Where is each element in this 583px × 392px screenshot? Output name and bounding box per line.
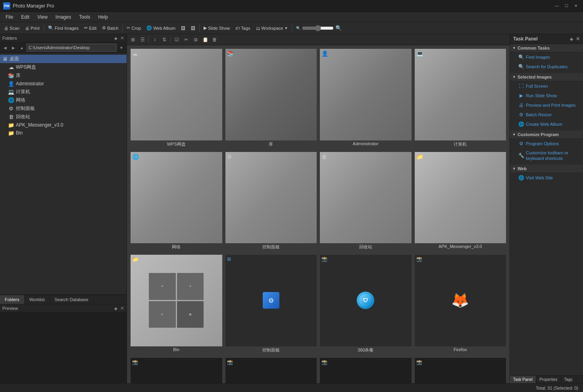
tab-tags[interactable]: Tags [561, 376, 576, 383]
nav-forward-button[interactable]: ▶ [10, 44, 17, 51]
thumb-apk[interactable]: 📁 APK_Messenger_v3.0 [414, 152, 507, 252]
web-label: Web [518, 166, 527, 171]
thumb-box-library: 📚 [225, 49, 317, 140]
sort-dir-button[interactable]: ⇅ [160, 35, 169, 44]
task-batch-resize-label: Batch Resize [526, 112, 552, 117]
tags-button[interactable]: 🏷Tags [233, 25, 252, 31]
sort-button[interactable]: ↕ [150, 35, 159, 44]
maximize-button[interactable]: ☐ [562, 3, 570, 9]
paste-button[interactable]: 📋 [201, 35, 210, 44]
menu-edit[interactable]: Edit [17, 13, 33, 21]
select-all-button[interactable]: ☑ [172, 35, 181, 44]
customize-header[interactable]: ▼ Customize Program [510, 131, 583, 139]
tab-task-panel[interactable]: Task Panel [510, 376, 536, 383]
thumb-box-apk: 📁 [415, 152, 506, 244]
task-search-duplicates[interactable]: 🔍 Search for Duplicates [510, 62, 583, 71]
batch-button[interactable]: ⚙Batch [100, 25, 121, 31]
panel-close-button[interactable]: ✕ [120, 35, 124, 41]
tree-item-network[interactable]: 🌐 网络 [0, 96, 127, 104]
nav-back-button[interactable]: ◀ [2, 44, 9, 51]
cut-button[interactable]: ✂ [182, 35, 190, 44]
admin-corner-icon: 👤 [321, 50, 328, 57]
selected-images-header[interactable]: ▼ Selected Images [510, 73, 583, 81]
content-header-sep2 [170, 36, 171, 43]
search-dup-icon: 🔍 [518, 63, 524, 70]
preview-resize-icon[interactable]: ◆ [114, 306, 117, 311]
common-tasks-header[interactable]: ▼ Common Tasks [510, 44, 583, 52]
thumb-meitupics[interactable]: 📸 🖼 美图秀秀 [319, 357, 412, 384]
address-input[interactable] [27, 44, 117, 52]
tree-item-library[interactable]: 📚 库 [0, 71, 127, 80]
tree-item-desktop[interactable]: 🖥 桌面 [0, 55, 127, 63]
tab-search-database[interactable]: Search Database [50, 295, 94, 304]
tree-item-controlpanel[interactable]: ⚙ 控制面板 [0, 104, 127, 113]
thumb-box-softmgr: 📸 📦 [415, 358, 506, 384]
tab-folders[interactable]: Folders [0, 295, 25, 304]
menu-file[interactable]: File [2, 13, 17, 21]
web-header[interactable]: ▼ Web [510, 165, 583, 173]
tab-worklist[interactable]: Worklist [25, 295, 50, 304]
print-button[interactable]: 🖨Print [23, 25, 42, 31]
bin-folder-icon: 📁 [8, 130, 14, 136]
folder-tree: 🖥 桌面 ☁ WPS网盘 📚 库 👤 Administrator [0, 53, 127, 294]
task-customize-toolbars[interactable]: 🔧 Customize toolbars or keyboard shortcu… [510, 148, 583, 163]
thumb-computer[interactable]: 💻 计算机 [414, 48, 507, 149]
workspace-button[interactable]: 🗂Workspace▼ [254, 25, 291, 31]
tree-item-bin[interactable]: 📁 Bin [0, 129, 127, 137]
toolbar-separator-1 [44, 24, 44, 32]
task-panel-close-button[interactable]: ✕ [576, 36, 580, 42]
tree-item-computer[interactable]: 💻 计算机 [0, 88, 127, 96]
icons-button[interactable]: 🖼 [179, 25, 188, 31]
preview-close-button[interactable]: ✕ [120, 306, 124, 311]
find-images-button[interactable]: 🔍Find Images [46, 25, 81, 31]
edit-button[interactable]: ✏Edit [82, 25, 99, 31]
scan-button[interactable]: 🖨Scan [2, 25, 22, 31]
task-visit-web[interactable]: 🌐 Visit Web Site [510, 173, 583, 183]
thumb-admin[interactable]: 👤 Administrator [319, 48, 412, 149]
tree-item-recycle[interactable]: 🗑 回收站 [0, 113, 127, 121]
task-full-screen[interactable]: ⛶ Full Screen [510, 81, 583, 91]
task-search-dup-label: Search for Duplicates [526, 64, 568, 69]
menu-help[interactable]: Help [94, 13, 112, 21]
task-find-images[interactable]: 🔍 Find Images [510, 52, 583, 62]
web-album-button[interactable]: 🌐Web Album [144, 25, 178, 31]
address-dropdown-button[interactable]: ▼ [118, 44, 125, 51]
nav-up-button[interactable]: ▲ [18, 44, 25, 51]
copy-button[interactable]: ⧉ [191, 35, 200, 44]
view-details-button[interactable]: ☰ [138, 35, 147, 44]
icons2-button[interactable]: 🖼 [189, 25, 198, 31]
thumb-recycle[interactable]: 🗑 回收站 [319, 152, 412, 252]
thumb-controlpanel1[interactable]: ⚙ 控制面板 [225, 152, 317, 252]
tab-properties[interactable]: Properties [536, 376, 561, 383]
task-panel-resize-icon[interactable]: ◆ [570, 37, 573, 41]
thumb-network[interactable]: 🌐 网络 [130, 152, 223, 252]
thumb-pm[interactable]: 📸 M Photo Manager Pro [130, 357, 223, 384]
menu-view[interactable]: View [33, 13, 52, 21]
task-run-slideshow[interactable]: ▶ Run Slide Show [510, 91, 583, 100]
thumb-firefox[interactable]: 📸 🦊 Firefox [414, 254, 507, 355]
panel-resize-icon[interactable]: ◆ [114, 36, 117, 40]
thumb-controlpanel2[interactable]: ⊞ ⚙ 控制面板 [225, 254, 317, 355]
menu-images[interactable]: Images [52, 13, 75, 21]
thumb-bin[interactable]: 📁 ≡ ≡ ≡ B Bin [130, 254, 223, 355]
delete-button[interactable]: 🗑 [210, 35, 219, 44]
thumb-pcmgr[interactable]: 📸 🔧 电脑管家 [225, 357, 317, 384]
minimize-button[interactable]: — [553, 3, 561, 9]
zoom-range-input[interactable] [302, 25, 334, 31]
task-program-options[interactable]: ⚙ Program Options [510, 139, 583, 148]
tree-item-administrator[interactable]: 👤 Administrator [0, 80, 127, 88]
thumb-softmgr[interactable]: 📸 📦 软件管理 [414, 357, 507, 384]
menu-tools[interactable]: Tools [75, 13, 94, 21]
thumb-wps[interactable]: ☁ WPS网盘 [130, 48, 223, 149]
slideshow-button[interactable]: ▶Slide Show [201, 25, 232, 31]
task-create-web-album[interactable]: 🌐 Create Web Album [510, 119, 583, 129]
view-thumbs-button[interactable]: ⊞ [129, 35, 137, 44]
close-button[interactable]: ✕ [572, 3, 580, 9]
thumb-360[interactable]: 📸 🛡 360杀毒 [319, 254, 412, 355]
crop-button[interactable]: ✂Crop [124, 25, 143, 31]
tree-item-apk[interactable]: 📁 APK_Messenger_v3.0 [0, 121, 127, 129]
thumb-library[interactable]: 📚 库 [225, 48, 317, 149]
tree-item-wps[interactable]: ☁ WPS网盘 [0, 63, 127, 71]
task-batch-resize[interactable]: ⚙ Batch Resize [510, 110, 583, 119]
task-preview-print[interactable]: 🖨 Preview and Print Images [510, 100, 583, 110]
